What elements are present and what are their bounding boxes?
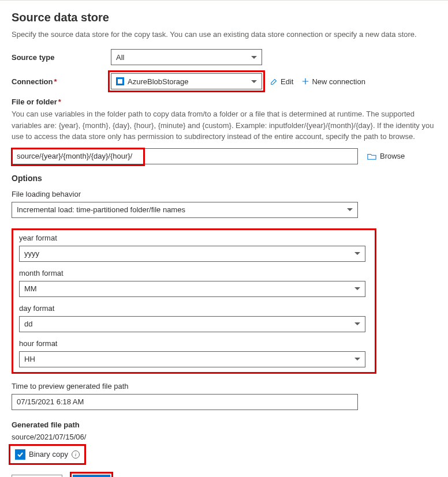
info-icon[interactable]: i [72, 450, 80, 459]
preview-time-label: Time to preview generated file path [12, 382, 436, 390]
checkbox-checked-icon [15, 449, 25, 460]
new-connection-link[interactable]: New connection [301, 77, 365, 86]
preview-time-input[interactable]: 07/15/2021 6:18 AM [12, 394, 358, 410]
file-loading-behavior-value: Incremental load: time-partitioned folde… [17, 205, 342, 214]
edit-connection-link[interactable]: Edit [270, 77, 293, 86]
day-format-value: dd [24, 320, 350, 328]
file-path-value: source/{year}/{month}/{day}/{hour}/ [17, 152, 132, 160]
connection-label: Connection* [12, 77, 111, 86]
connection-select[interactable]: AzureBlobStorage [111, 73, 262, 89]
source-type-value: All [116, 53, 247, 62]
next-button[interactable]: Next › [73, 475, 110, 478]
file-or-folder-label: File or folder* [12, 97, 436, 106]
chevron-down-icon [251, 56, 257, 59]
chevron-down-icon [354, 287, 360, 290]
chevron-down-icon [354, 322, 360, 325]
page-description: Specify the source data store for the co… [12, 30, 436, 39]
file-loading-behavior-select[interactable]: Incremental load: time-partitioned folde… [12, 202, 358, 218]
plus-icon [301, 77, 309, 85]
chevron-down-icon [251, 80, 257, 83]
month-format-select[interactable]: MM [19, 281, 365, 297]
generated-path-label: Generated file path [12, 420, 436, 429]
folder-icon [367, 152, 376, 160]
chevron-down-icon [354, 252, 360, 255]
binary-copy-checkbox[interactable]: Binary copy i [12, 447, 83, 462]
file-path-input[interactable]: source/{year}/{month}/{day}/{hour}/ [12, 148, 358, 164]
pencil-icon [270, 77, 278, 85]
chevron-down-icon [354, 358, 360, 360]
source-type-label: Source type [12, 53, 111, 62]
storage-icon [116, 77, 124, 85]
chevron-down-icon [347, 208, 353, 211]
previous-button[interactable]: ‹ Previous [12, 475, 62, 478]
year-format-label: year format [19, 234, 369, 242]
hour-format-select[interactable]: HH [19, 351, 365, 367]
file-loading-behavior-label: File loading behavior [12, 190, 436, 198]
month-format-value: MM [24, 284, 350, 293]
generated-path-value: source/2021/07/15/06/ [12, 433, 436, 441]
file-or-folder-help: You can use variables in the folder path… [12, 108, 436, 142]
day-format-select[interactable]: dd [19, 316, 365, 332]
month-format-label: month format [19, 269, 369, 277]
hour-format-label: hour format [19, 339, 369, 348]
connection-value: AzureBlobStorage [128, 77, 247, 86]
hour-format-value: HH [24, 355, 350, 363]
binary-copy-label: Binary copy [29, 450, 68, 459]
day-format-label: day format [19, 304, 369, 313]
preview-time-value: 07/15/2021 6:18 AM [17, 397, 84, 406]
year-format-value: yyyy [24, 249, 350, 258]
options-heading: Options [12, 174, 436, 183]
page-title: Source data store [12, 11, 436, 24]
year-format-select[interactable]: yyyy [19, 246, 365, 262]
source-type-select[interactable]: All [111, 49, 262, 65]
format-group-highlight: year format yyyy month format MM day for… [12, 228, 376, 374]
browse-button[interactable]: Browse [367, 152, 405, 160]
